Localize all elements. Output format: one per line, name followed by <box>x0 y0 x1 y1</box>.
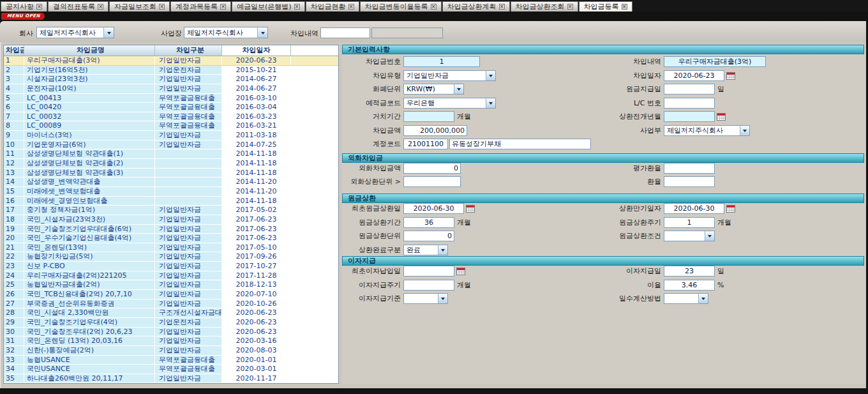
loan-desc-input[interactable]: 우리구매자금대출(3억) <box>664 56 766 67</box>
int-rate-input[interactable]: 3.46 <box>664 280 715 291</box>
table-row[interactable]: 2기업기보(16억5천)기업운전자금2015-10-21 <box>4 66 338 75</box>
table-row[interactable]: 21국민_온렌딩(13억)기업일반자금2017-05-10 <box>4 243 338 253</box>
currency-select[interactable]: KRW(₩) <box>403 84 464 95</box>
table-row[interactable]: 29국민_기술창조기업우대(4억)기업운전자금2020-06-23 <box>4 318 338 328</box>
table-row[interactable]: 23신보 P-CBO기업일반자금2017-10-27 <box>4 262 338 271</box>
deposit-code-select[interactable]: 우리은행 <box>403 98 496 109</box>
calendar-icon[interactable] <box>726 204 735 213</box>
table-row[interactable]: 19국민_기술창조기업우대대출(6억)기업일반자금2017-06-23 <box>4 225 338 234</box>
table-row[interactable]: 3시설자금(23억3천)기업일반자금2014-06-27 <box>4 75 338 84</box>
tab-차입금현황[interactable]: 차입금현황× <box>306 1 359 11</box>
table-row[interactable]: 20국민_우수기술기업신용대출(4억)기업일반자금2017-06-23 <box>4 234 338 243</box>
tab-차입금상환조회[interactable]: 차입금상환조회× <box>511 1 578 11</box>
tab-계정과목등록[interactable]: 계정과목등록× <box>170 1 231 11</box>
table-row[interactable]: 33농협USANCE무역포괄금융대출2020-01-01 <box>4 356 338 365</box>
table-row[interactable]: 34국민USANCE무역포괄금융대출2020-03-01 <box>4 365 338 374</box>
int-cycle-input[interactable] <box>403 280 454 291</box>
division-select[interactable]: 제일저지주식회사 <box>664 125 750 136</box>
table-row[interactable]: 27부국증권_선순위유동화증권기업일반자금2020-10-26 <box>4 299 338 309</box>
table-row[interactable]: 15미래에셋_변액보험대출2014-11-20 <box>4 187 338 197</box>
tab-close-icon[interactable]: × <box>499 4 505 10</box>
fx-amount-input[interactable]: 0 <box>403 163 461 174</box>
table-row[interactable]: 13삼성생명단체보험 약관대출(3)2014-11-18 <box>4 169 338 178</box>
int-day-input[interactable]: 23 <box>664 266 715 277</box>
calendar-icon[interactable] <box>717 112 726 121</box>
table-row[interactable]: 10기업운영자금(6억)기업일반자금2014-07-25 <box>4 140 338 150</box>
table-row[interactable]: 26국민_TCB신용대출(2억) 20,7,10기업일반자금2020-07-10 <box>4 290 338 299</box>
tab-close-icon[interactable]: × <box>220 4 226 10</box>
loan-desc-search-input[interactable] <box>320 27 370 38</box>
maturity-input[interactable]: 2020-06-30 <box>664 203 724 214</box>
first-int-input[interactable] <box>403 266 454 277</box>
table-row[interactable]: 7LC_00032무역포괄금융대출2016-03-23 <box>4 112 338 122</box>
table-row[interactable]: 22농협장기차입금(5억)기업일반자금2017-09-26 <box>4 252 338 262</box>
calendar-icon[interactable] <box>456 267 465 275</box>
calendar-icon[interactable] <box>726 72 735 80</box>
site-select[interactable]: 제일저지주식회사 <box>184 27 268 38</box>
tab-close-icon[interactable]: × <box>98 4 103 10</box>
table-row[interactable]: 5LC_00413무역포괄금융대출2016-03-10 <box>4 94 338 103</box>
eval-rate-input[interactable] <box>664 163 715 174</box>
table-row[interactable]: 11삼성생명단체보험 약관대출(1)2014-11-18 <box>4 149 338 159</box>
rate-input[interactable] <box>664 176 715 187</box>
table-row[interactable]: 8LC_00089무역포괄금융대출2016-03-21 <box>4 121 338 131</box>
pre-repay-ym-input[interactable] <box>664 111 715 122</box>
first-repay-input[interactable]: 2020-06-30 <box>403 203 464 214</box>
col-loan-date[interactable]: 차입일자 <box>222 45 291 56</box>
table-row[interactable]: 12삼성생명단체보험 약관대출(2)2014-11-18 <box>4 159 338 169</box>
table-row[interactable]: 14삼성생명_변액약관대출2014-11-20 <box>4 178 338 187</box>
calendar-icon[interactable] <box>466 204 475 213</box>
repay-cond-select[interactable] <box>664 231 715 241</box>
tab-close-icon[interactable]: × <box>36 4 42 10</box>
loan-amount-input[interactable]: 200,000,000 <box>403 125 467 136</box>
tab-결의전표등록[interactable]: 결의전표등록× <box>48 1 108 11</box>
tab-자금일보조회[interactable]: 자금일보조회× <box>109 1 170 11</box>
col-loan-name[interactable]: 차입금명 <box>24 45 155 56</box>
repay-period-input[interactable]: 36 <box>403 217 454 228</box>
account-code-input[interactable]: 21001100 <box>403 139 448 149</box>
loan-type-select[interactable]: 기업일반자금 <box>403 70 496 81</box>
table-row[interactable]: 32신한(-)통장예금(2억)기업일반자금2020-08-03 <box>4 346 338 356</box>
principal-pay-day-input[interactable] <box>664 84 715 95</box>
tab-공지사항[interactable]: 공지사항× <box>1 1 47 11</box>
table-row[interactable]: 4운전자금(10억)기업일반자금2014-06-27 <box>4 84 338 94</box>
col-loan-code[interactable]: 차입금코드 <box>4 45 24 56</box>
table-row[interactable]: 18국민_시설자금(23억3천)기업일반자금2017-06-23 <box>4 215 338 225</box>
table-row[interactable]: 31국민_온렌딩 (13억) 20,03,16기업일반자금2020-03-16 <box>4 337 338 346</box>
day-calc-select[interactable] <box>664 293 708 304</box>
table-row[interactable]: 6LC_00420무역포괄금융대출2016-03-04 <box>4 103 338 112</box>
lc-no-input[interactable] <box>664 98 715 109</box>
table-row[interactable]: 35하나대출260백만원 20,11,17기업일반자금2020-11-17 <box>4 374 338 383</box>
int-basis-select[interactable] <box>403 293 448 304</box>
tab-예금일보(은행별)[interactable]: 예금일보(은행별)× <box>232 1 305 11</box>
complete-select[interactable]: 완료 <box>403 245 448 255</box>
fx-unit-input[interactable] <box>403 176 461 187</box>
tab-close-icon[interactable]: × <box>294 4 300 10</box>
grace-period-input[interactable] <box>403 111 454 122</box>
col-loan-type[interactable]: 차입구분 <box>155 45 222 56</box>
tab-차입금등록[interactable]: 차입금등록× <box>579 1 632 11</box>
table-row[interactable]: 16미래에셋_경영인보험대출2014-11-18 <box>4 197 338 206</box>
table-row[interactable]: 9마이너스(3억)기업일반자금2011-03-18 <box>4 131 338 140</box>
company-select[interactable]: 제일저지주식회사 <box>36 27 114 38</box>
tab-close-icon[interactable]: × <box>622 4 627 10</box>
tab-차입금변동이율등록[interactable]: 차입금변동이율등록× <box>360 1 442 11</box>
loan-no-input[interactable]: 1 <box>403 56 480 67</box>
tab-close-icon[interactable]: × <box>348 4 354 10</box>
tab-close-icon[interactable]: × <box>159 4 165 10</box>
table-row[interactable]: 28국민_시설대 2,330백만원구조개선시설자금대출2020-06-23 <box>4 308 338 318</box>
menu-open-button[interactable]: MENU OPEN <box>1 13 45 20</box>
tab-close-icon[interactable]: × <box>431 4 437 10</box>
table-row[interactable]: 17중기청 정책자금(1억)기업일반자금2017-05-02 <box>4 206 338 215</box>
table-row[interactable]: 25농협일반자금대출(2억)기업일반자금2018-12-13 <box>4 280 338 290</box>
table-row[interactable]: 24우리구매자금대출(2억)221205기업일반자금2017-11-28 <box>4 271 338 281</box>
repay-cycle-input[interactable]: 1 <box>664 217 715 228</box>
table-row[interactable]: 30국민_기술창조우대(2억) 20,6,23기업일반자금2020-06-23 <box>4 328 338 337</box>
tab-차입금상환계획[interactable]: 차입금상환계획× <box>442 1 510 11</box>
table-row[interactable]: 1우리구매자금대출(3억)기업일반자금2020-06-23 <box>4 56 338 66</box>
tab-close-icon[interactable]: × <box>567 4 573 10</box>
loan-desc-search-input2[interactable] <box>371 27 443 38</box>
loan-date-input[interactable]: 2020-06-23 <box>664 70 724 81</box>
repay-unit-input[interactable]: 0 <box>403 231 454 241</box>
account-name-input[interactable]: 유동성장기부채 <box>449 139 591 149</box>
